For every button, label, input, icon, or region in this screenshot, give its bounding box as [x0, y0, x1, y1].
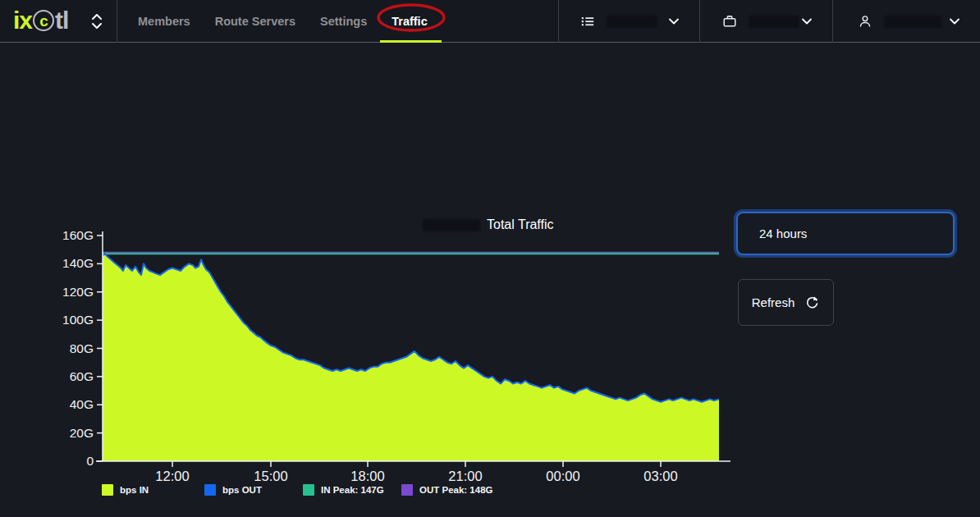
- refresh-icon: [804, 295, 820, 310]
- svg-text:160G: 160G: [62, 228, 94, 242]
- chevron-down-icon: [801, 16, 813, 27]
- svg-text:120G: 120G: [62, 285, 94, 299]
- legend-swatch-in-peak: [303, 484, 314, 496]
- legend-swatch-bps-in: [102, 484, 113, 496]
- main-nav: Members Route Servers Settings Traffic: [138, 0, 428, 43]
- svg-text:15:00: 15:00: [254, 469, 287, 483]
- briefcase-icon: [722, 14, 737, 29]
- topbar: ixctl Members Route Servers Settings Tra…: [0, 0, 980, 43]
- legend-swatch-bps-out: [204, 484, 216, 496]
- nav-settings[interactable]: Settings: [320, 15, 367, 28]
- traffic-chart: 160G140G120G100G80G60G40G20G012:0015:001…: [49, 228, 734, 484]
- legend-out-peak[interactable]: OUT Peak: 148G: [401, 483, 492, 496]
- svg-text:18:00: 18:00: [350, 469, 384, 483]
- user-icon: [858, 14, 872, 29]
- legend-bps-in[interactable]: bps IN: [102, 483, 149, 496]
- chevron-down-icon: [949, 16, 960, 27]
- user-menu-dropdown[interactable]: [832, 0, 980, 43]
- list-icon: [580, 14, 595, 29]
- svg-text:80G: 80G: [70, 341, 94, 355]
- up-down-chevron-icon: [91, 12, 103, 30]
- exchange-switcher-button[interactable]: [86, 11, 108, 32]
- active-tab-underline: [380, 40, 442, 43]
- svg-text:00:00: 00:00: [546, 469, 579, 483]
- chevron-down-icon: [668, 16, 680, 27]
- exchange-dropdown[interactable]: [558, 0, 699, 43]
- svg-text:60G: 60G: [70, 369, 94, 383]
- svg-text:12:00: 12:00: [155, 469, 189, 483]
- svg-text:100G: 100G: [62, 313, 94, 327]
- nav-route-servers[interactable]: Route Servers: [215, 15, 295, 28]
- svg-text:20G: 20G: [70, 426, 94, 440]
- topbar-divider: [117, 0, 117, 43]
- svg-text:21:00: 21:00: [448, 469, 482, 483]
- svg-text:0: 0: [86, 454, 94, 468]
- svg-text:03:00: 03:00: [643, 469, 677, 483]
- time-range-select[interactable]: 24 hours: [736, 212, 955, 255]
- app-logo[interactable]: ixctl: [13, 7, 68, 34]
- logo-circled-c: c: [33, 10, 54, 31]
- refresh-button[interactable]: Refresh: [738, 279, 834, 326]
- redacted-organization-name: [749, 16, 799, 28]
- legend-bps-out[interactable]: bps OUT: [204, 483, 262, 496]
- nav-traffic[interactable]: Traffic: [392, 15, 428, 28]
- svg-text:140G: 140G: [62, 256, 94, 270]
- redacted-username: [884, 16, 941, 28]
- redacted-exchange-name: [607, 16, 657, 28]
- time-range-value: 24 hours: [759, 226, 807, 240]
- svg-text:40G: 40G: [70, 397, 94, 411]
- legend-swatch-out-peak: [401, 484, 413, 496]
- logo-ix: ix: [13, 7, 32, 34]
- refresh-label: Refresh: [752, 295, 795, 309]
- organization-dropdown[interactable]: [699, 0, 832, 43]
- logo-tl: tl: [55, 7, 68, 34]
- legend-in-peak[interactable]: IN Peak: 147G: [303, 483, 384, 496]
- nav-members[interactable]: Members: [138, 15, 190, 28]
